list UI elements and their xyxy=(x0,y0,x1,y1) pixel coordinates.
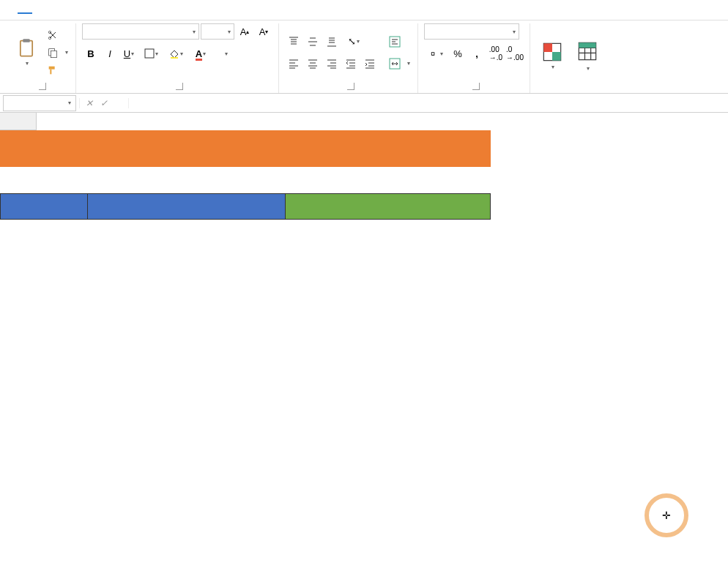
align-top-button[interactable] xyxy=(285,34,302,50)
select-all-corner[interactable] xyxy=(0,113,37,130)
group-clipboard: ▾ ▾ xyxy=(4,23,76,93)
font-name-combo[interactable]: ▾ xyxy=(82,23,199,40)
menu-data[interactable] xyxy=(76,7,91,13)
svg-rect-12 xyxy=(543,43,552,52)
scissors-icon xyxy=(47,29,59,41)
menu-help[interactable] xyxy=(135,7,149,13)
svg-rect-5 xyxy=(51,51,56,57)
align-left-button[interactable] xyxy=(285,56,302,72)
currency-button[interactable]: ¤▾ xyxy=(424,45,447,61)
conditional-format-icon xyxy=(542,42,562,62)
font-color-button[interactable]: A▾ xyxy=(189,45,212,61)
svg-rect-13 xyxy=(552,52,561,61)
align-launcher-icon[interactable] xyxy=(347,83,354,90)
number-launcher-icon[interactable] xyxy=(472,83,480,90)
table-format-icon xyxy=(577,41,598,61)
clipboard-launcher-icon[interactable] xyxy=(39,83,46,90)
align-bottom-icon xyxy=(327,37,337,47)
increase-font-button[interactable]: A▴ xyxy=(236,23,253,40)
group-alignment: ⤡▾ ▾ xyxy=(279,23,418,93)
align-left-icon xyxy=(289,59,299,69)
merge-icon xyxy=(389,58,401,70)
header-name[interactable] xyxy=(0,193,88,220)
header-lower[interactable] xyxy=(286,193,491,220)
header-pinyin[interactable] xyxy=(88,193,286,220)
menu-file[interactable] xyxy=(3,7,18,13)
decrease-indent-button[interactable] xyxy=(342,56,360,72)
menu-review[interactable] xyxy=(91,7,105,13)
orientation-button[interactable]: ⤡▾ xyxy=(342,34,365,50)
border-icon xyxy=(144,48,155,59)
svg-rect-0 xyxy=(21,41,32,56)
align-right-icon xyxy=(327,59,337,69)
title-merged-cell[interactable] xyxy=(0,130,491,167)
comma-button[interactable]: , xyxy=(468,45,486,61)
group-styles: ▾ ▾ xyxy=(530,23,609,93)
paste-button[interactable]: ▾ xyxy=(10,27,42,78)
menu-powerpivot[interactable] xyxy=(149,7,164,13)
border-button[interactable]: ▾ xyxy=(139,45,163,61)
menu-home[interactable] xyxy=(18,7,32,14)
menu-dev[interactable] xyxy=(120,7,135,13)
menu-formulas[interactable] xyxy=(62,7,76,13)
svg-rect-7 xyxy=(171,57,178,59)
percent-button[interactable]: % xyxy=(449,45,467,61)
group-number: ▾ ¤▾ % , .00→.0 .0→.00 xyxy=(418,23,530,93)
cut-button[interactable] xyxy=(45,27,70,43)
cursor-highlight-ring xyxy=(645,493,688,537)
name-box[interactable]: ▾ xyxy=(3,95,76,111)
group-font: ▾ ▾ A▴ A▾ B I U▾ ▾ ▾ A▾ ▾ xyxy=(76,23,279,93)
svg-rect-15 xyxy=(579,42,595,48)
cancel-formula-icon[interactable]: ✕ xyxy=(83,98,96,108)
number-format-combo[interactable]: ▾ xyxy=(424,23,519,40)
align-center-button[interactable] xyxy=(304,56,322,72)
merge-center-button[interactable]: ▾ xyxy=(387,56,412,72)
phonetic-button[interactable]: ▾ xyxy=(214,45,237,61)
brush-icon xyxy=(47,64,59,76)
align-center-icon xyxy=(308,59,318,69)
copy-button[interactable]: ▾ xyxy=(45,45,70,61)
menu-view[interactable] xyxy=(105,7,120,13)
formula-input[interactable] xyxy=(129,95,728,111)
align-middle-icon xyxy=(308,37,318,47)
menu-layout[interactable] xyxy=(47,7,62,13)
worksheet xyxy=(0,113,728,571)
increase-indent-button[interactable] xyxy=(361,56,379,72)
menu-bar xyxy=(0,0,728,20)
font-launcher-icon[interactable] xyxy=(176,83,183,90)
format-painter-button[interactable] xyxy=(45,62,70,78)
wrap-icon xyxy=(389,36,401,48)
align-bottom-button[interactable] xyxy=(323,34,341,50)
svg-rect-1 xyxy=(23,39,29,42)
paste-icon xyxy=(16,38,37,59)
conditional-format-button[interactable]: ▾ xyxy=(536,31,568,82)
currency-icon: ¤ xyxy=(429,48,439,59)
svg-text:¤: ¤ xyxy=(431,49,435,58)
bucket-icon xyxy=(169,48,179,59)
enter-formula-icon[interactable]: ✓ xyxy=(97,98,111,108)
formula-bar: ▾ ✕ ✓ xyxy=(0,94,728,113)
bold-button[interactable]: B xyxy=(82,45,100,61)
fill-color-button[interactable]: ▾ xyxy=(164,45,187,61)
indent-icon xyxy=(365,59,375,69)
decrease-decimal-button[interactable]: .0→.00 xyxy=(506,45,524,61)
menu-insert[interactable] xyxy=(32,7,47,13)
align-top-icon xyxy=(289,37,299,47)
font-size-combo[interactable]: ▾ xyxy=(201,23,234,40)
italic-button[interactable]: I xyxy=(101,45,119,61)
fx-icon[interactable] xyxy=(112,98,125,108)
copy-icon xyxy=(47,47,59,59)
align-middle-button[interactable] xyxy=(304,34,322,50)
wrap-text-button[interactable] xyxy=(387,34,412,50)
svg-rect-6 xyxy=(145,49,154,58)
underline-button[interactable]: U▾ xyxy=(120,45,138,61)
outdent-icon xyxy=(346,59,356,69)
decrease-font-button[interactable]: A▾ xyxy=(255,23,272,40)
table-format-button[interactable]: ▾ xyxy=(571,31,603,82)
align-right-button[interactable] xyxy=(323,56,341,72)
increase-decimal-button[interactable]: .00→.0 xyxy=(487,45,505,61)
ribbon: ▾ ▾ ▾ ▾ xyxy=(0,20,728,94)
